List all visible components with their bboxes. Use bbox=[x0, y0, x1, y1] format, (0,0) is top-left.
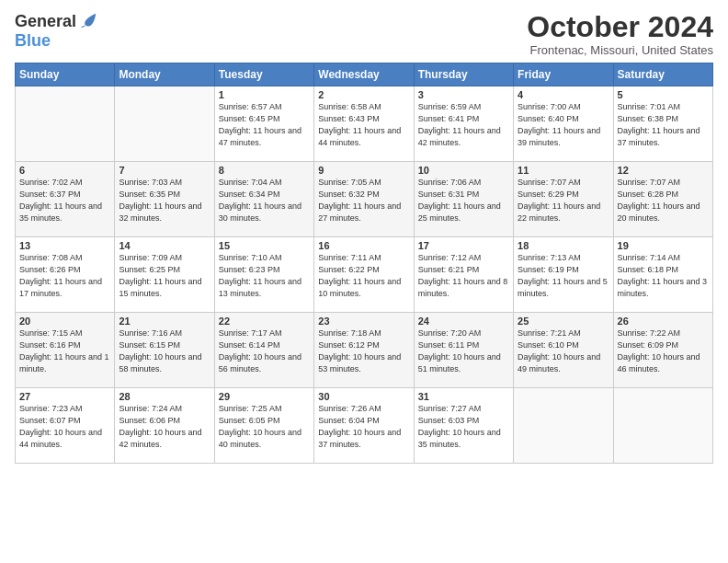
day-cell: 27Sunrise: 7:23 AM Sunset: 6:07 PM Dayli… bbox=[16, 388, 115, 464]
day-number: 18 bbox=[518, 240, 609, 251]
week-row-1: 6Sunrise: 7:02 AM Sunset: 6:37 PM Daylig… bbox=[16, 162, 713, 237]
day-info: Sunrise: 7:09 AM Sunset: 6:25 PM Dayligh… bbox=[119, 252, 210, 300]
day-number: 20 bbox=[19, 316, 110, 327]
header-row: Sunday Monday Tuesday Wednesday Thursday… bbox=[16, 63, 713, 86]
logo: General Blue bbox=[15, 11, 98, 51]
day-number: 26 bbox=[618, 316, 709, 327]
day-cell bbox=[115, 86, 214, 162]
day-info: Sunrise: 6:58 AM Sunset: 6:43 PM Dayligh… bbox=[318, 101, 409, 149]
day-number: 9 bbox=[318, 165, 409, 176]
calendar-table: Sunday Monday Tuesday Wednesday Thursday… bbox=[15, 63, 713, 464]
day-info: Sunrise: 7:05 AM Sunset: 6:32 PM Dayligh… bbox=[318, 177, 409, 224]
day-number: 29 bbox=[219, 391, 310, 402]
day-number: 13 bbox=[19, 240, 110, 251]
day-info: Sunrise: 7:06 AM Sunset: 6:31 PM Dayligh… bbox=[418, 177, 509, 224]
week-row-3: 20Sunrise: 7:15 AM Sunset: 6:16 PM Dayli… bbox=[16, 313, 713, 388]
day-info: Sunrise: 7:14 AM Sunset: 6:18 PM Dayligh… bbox=[618, 252, 709, 300]
day-cell: 31Sunrise: 7:27 AM Sunset: 6:03 PM Dayli… bbox=[414, 388, 513, 464]
day-cell: 9Sunrise: 7:05 AM Sunset: 6:32 PM Daylig… bbox=[314, 162, 414, 237]
day-number: 24 bbox=[418, 316, 509, 327]
day-number: 17 bbox=[418, 240, 509, 251]
logo-bird-icon bbox=[78, 11, 98, 31]
day-number: 27 bbox=[19, 391, 110, 402]
day-info: Sunrise: 7:08 AM Sunset: 6:26 PM Dayligh… bbox=[19, 252, 110, 300]
day-number: 4 bbox=[518, 89, 609, 100]
col-friday: Friday bbox=[514, 63, 613, 86]
day-info: Sunrise: 7:27 AM Sunset: 6:03 PM Dayligh… bbox=[418, 403, 509, 451]
day-info: Sunrise: 7:03 AM Sunset: 6:35 PM Dayligh… bbox=[119, 177, 210, 224]
day-number: 30 bbox=[318, 391, 409, 402]
day-cell: 20Sunrise: 7:15 AM Sunset: 6:16 PM Dayli… bbox=[16, 313, 115, 388]
day-cell: 16Sunrise: 7:11 AM Sunset: 6:22 PM Dayli… bbox=[314, 237, 414, 313]
day-number: 23 bbox=[318, 316, 409, 327]
day-info: Sunrise: 7:04 AM Sunset: 6:34 PM Dayligh… bbox=[219, 177, 310, 224]
day-cell: 2Sunrise: 6:58 AM Sunset: 6:43 PM Daylig… bbox=[314, 86, 414, 162]
day-info: Sunrise: 6:59 AM Sunset: 6:41 PM Dayligh… bbox=[418, 101, 509, 149]
day-info: Sunrise: 7:11 AM Sunset: 6:22 PM Dayligh… bbox=[318, 252, 409, 300]
day-cell: 24Sunrise: 7:20 AM Sunset: 6:11 PM Dayli… bbox=[414, 313, 513, 388]
day-cell: 30Sunrise: 7:26 AM Sunset: 6:04 PM Dayli… bbox=[314, 388, 414, 464]
day-cell: 29Sunrise: 7:25 AM Sunset: 6:05 PM Dayli… bbox=[214, 388, 313, 464]
day-cell: 21Sunrise: 7:16 AM Sunset: 6:15 PM Dayli… bbox=[115, 313, 214, 388]
day-info: Sunrise: 7:22 AM Sunset: 6:09 PM Dayligh… bbox=[618, 327, 709, 375]
col-wednesday: Wednesday bbox=[314, 63, 414, 86]
day-cell: 18Sunrise: 7:13 AM Sunset: 6:19 PM Dayli… bbox=[514, 237, 613, 313]
day-cell: 11Sunrise: 7:07 AM Sunset: 6:29 PM Dayli… bbox=[514, 162, 613, 237]
day-cell: 3Sunrise: 6:59 AM Sunset: 6:41 PM Daylig… bbox=[414, 86, 513, 162]
day-number: 31 bbox=[418, 391, 509, 402]
day-info: Sunrise: 7:13 AM Sunset: 6:19 PM Dayligh… bbox=[518, 252, 609, 300]
day-info: Sunrise: 7:23 AM Sunset: 6:07 PM Dayligh… bbox=[19, 403, 110, 451]
day-cell: 8Sunrise: 7:04 AM Sunset: 6:34 PM Daylig… bbox=[214, 162, 313, 237]
day-cell: 7Sunrise: 7:03 AM Sunset: 6:35 PM Daylig… bbox=[115, 162, 214, 237]
day-number: 22 bbox=[219, 316, 310, 327]
day-info: Sunrise: 7:15 AM Sunset: 6:16 PM Dayligh… bbox=[19, 327, 110, 375]
week-row-4: 27Sunrise: 7:23 AM Sunset: 6:07 PM Dayli… bbox=[16, 388, 713, 464]
day-cell: 1Sunrise: 6:57 AM Sunset: 6:45 PM Daylig… bbox=[214, 86, 313, 162]
day-number: 10 bbox=[418, 165, 509, 176]
day-info: Sunrise: 7:26 AM Sunset: 6:04 PM Dayligh… bbox=[318, 403, 409, 451]
day-cell bbox=[613, 388, 712, 464]
day-number: 11 bbox=[518, 165, 609, 176]
header: General Blue October 2024 Frontenac, Mis… bbox=[15, 11, 713, 57]
day-number: 25 bbox=[518, 316, 609, 327]
day-cell: 5Sunrise: 7:01 AM Sunset: 6:38 PM Daylig… bbox=[613, 86, 712, 162]
week-row-0: 1Sunrise: 6:57 AM Sunset: 6:45 PM Daylig… bbox=[16, 86, 713, 162]
day-info: Sunrise: 6:57 AM Sunset: 6:45 PM Dayligh… bbox=[219, 101, 310, 149]
day-cell: 6Sunrise: 7:02 AM Sunset: 6:37 PM Daylig… bbox=[16, 162, 115, 237]
day-number: 3 bbox=[418, 89, 509, 100]
day-cell: 23Sunrise: 7:18 AM Sunset: 6:12 PM Dayli… bbox=[314, 313, 414, 388]
day-number: 19 bbox=[618, 240, 709, 251]
col-saturday: Saturday bbox=[613, 63, 712, 86]
day-number: 7 bbox=[119, 165, 210, 176]
col-tuesday: Tuesday bbox=[214, 63, 313, 86]
day-cell: 14Sunrise: 7:09 AM Sunset: 6:25 PM Dayli… bbox=[115, 237, 214, 313]
day-cell: 17Sunrise: 7:12 AM Sunset: 6:21 PM Dayli… bbox=[414, 237, 513, 313]
day-info: Sunrise: 7:21 AM Sunset: 6:10 PM Dayligh… bbox=[518, 327, 609, 375]
day-number: 21 bbox=[119, 316, 210, 327]
day-cell: 28Sunrise: 7:24 AM Sunset: 6:06 PM Dayli… bbox=[115, 388, 214, 464]
week-row-2: 13Sunrise: 7:08 AM Sunset: 6:26 PM Dayli… bbox=[16, 237, 713, 313]
day-number: 15 bbox=[219, 240, 310, 251]
day-number: 16 bbox=[318, 240, 409, 251]
location: Frontenac, Missouri, United States bbox=[527, 43, 713, 57]
month-title: October 2024 bbox=[527, 11, 713, 43]
day-number: 6 bbox=[19, 165, 110, 176]
day-number: 8 bbox=[219, 165, 310, 176]
day-info: Sunrise: 7:25 AM Sunset: 6:05 PM Dayligh… bbox=[219, 403, 310, 451]
day-info: Sunrise: 7:12 AM Sunset: 6:21 PM Dayligh… bbox=[418, 252, 509, 300]
day-number: 1 bbox=[219, 89, 310, 100]
day-cell bbox=[514, 388, 613, 464]
day-cell: 22Sunrise: 7:17 AM Sunset: 6:14 PM Dayli… bbox=[214, 313, 313, 388]
day-info: Sunrise: 7:17 AM Sunset: 6:14 PM Dayligh… bbox=[219, 327, 310, 375]
day-cell: 25Sunrise: 7:21 AM Sunset: 6:10 PM Dayli… bbox=[514, 313, 613, 388]
day-info: Sunrise: 7:02 AM Sunset: 6:37 PM Dayligh… bbox=[19, 177, 110, 224]
day-info: Sunrise: 7:24 AM Sunset: 6:06 PM Dayligh… bbox=[119, 403, 210, 451]
day-cell: 4Sunrise: 7:00 AM Sunset: 6:40 PM Daylig… bbox=[514, 86, 613, 162]
title-section: October 2024 Frontenac, Missouri, United… bbox=[527, 11, 713, 57]
day-info: Sunrise: 7:10 AM Sunset: 6:23 PM Dayligh… bbox=[219, 252, 310, 300]
logo-blue-text: Blue bbox=[15, 31, 51, 51]
day-info: Sunrise: 7:07 AM Sunset: 6:29 PM Dayligh… bbox=[518, 177, 609, 224]
logo-general-text: General bbox=[15, 12, 76, 31]
day-info: Sunrise: 7:18 AM Sunset: 6:12 PM Dayligh… bbox=[318, 327, 409, 375]
day-cell: 13Sunrise: 7:08 AM Sunset: 6:26 PM Dayli… bbox=[16, 237, 115, 313]
